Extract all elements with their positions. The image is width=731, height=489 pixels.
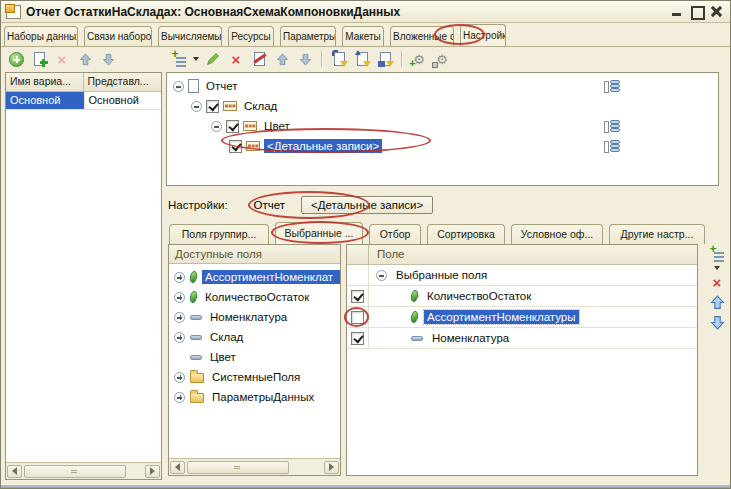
tree-label-report[interactable]: Отчет xyxy=(203,79,241,93)
scroll-right-icon[interactable] xyxy=(324,461,339,474)
column-header-variant-presentation[interactable]: Представл... xyxy=(84,73,162,92)
delete-icon[interactable]: × xyxy=(53,50,71,68)
grouping-icon xyxy=(243,121,257,131)
expand-icon[interactable] xyxy=(174,292,185,303)
tree-row-report[interactable]: Отчет xyxy=(167,76,718,96)
add-icon[interactable] xyxy=(708,246,726,262)
available-fields-horizontal-scrollbar[interactable] xyxy=(169,458,340,475)
add-dropdown-icon[interactable] xyxy=(714,266,720,270)
row-settings-icon[interactable] xyxy=(604,118,620,136)
expand-icon[interactable] xyxy=(174,312,185,323)
add-icon[interactable] xyxy=(7,50,25,68)
assortiment-checkbox[interactable] xyxy=(351,311,364,324)
window-title: Отчет ОстаткиНаСкладах: ОсновнаяСхемаКом… xyxy=(26,5,400,19)
add-icon[interactable] xyxy=(170,50,188,68)
collapse-icon[interactable] xyxy=(211,121,222,132)
move-down-icon[interactable] xyxy=(296,50,314,68)
minimize-icon[interactable] xyxy=(670,5,683,18)
maximize-icon[interactable] xyxy=(690,5,703,18)
field-column-header[interactable]: Поле xyxy=(369,245,697,264)
tab-grouping-fields[interactable]: Поля группир... xyxy=(169,224,269,244)
add-copy-icon[interactable] xyxy=(30,50,48,68)
variant-presentation-cell[interactable]: Основной xyxy=(84,92,162,109)
selected-field-row-assortiment[interactable]: АссортиментНоменклатуры xyxy=(347,307,697,328)
tab-settings[interactable]: Настройки xyxy=(460,24,506,46)
available-fields-header: Доступные поля xyxy=(169,245,340,264)
tab-resources[interactable]: Ресурсы xyxy=(228,26,274,46)
add-dropdown-icon[interactable] xyxy=(193,57,199,61)
variants-horizontal-scrollbar[interactable] xyxy=(6,462,161,479)
edit-icon[interactable] xyxy=(204,50,222,68)
scroll-right-icon[interactable] xyxy=(145,465,160,478)
collapse-icon[interactable] xyxy=(173,81,184,92)
clear-icon[interactable] xyxy=(250,50,268,68)
tab-sorting[interactable]: Сортировка xyxy=(427,224,505,244)
tab-selected-fields[interactable]: Выбранные ... xyxy=(275,222,363,244)
move-up-icon[interactable] xyxy=(76,50,94,68)
nomenklatura-checkbox[interactable] xyxy=(351,332,364,345)
scroll-left-icon[interactable] xyxy=(170,461,185,474)
selected-fields-root-row[interactable]: Выбранные поля xyxy=(347,265,697,286)
variant-name-cell[interactable]: Основной xyxy=(6,92,84,109)
row-settings-icon[interactable] xyxy=(604,138,620,156)
tree-row-cvet[interactable]: Цвет xyxy=(167,116,718,136)
delete-icon[interactable]: × xyxy=(708,274,726,290)
tab-templates[interactable]: Макеты xyxy=(342,26,384,46)
expand-icon[interactable] xyxy=(174,392,185,403)
selected-field-row-kolichestvo[interactable]: КоличествоОстаток xyxy=(347,286,697,307)
move-down-icon[interactable] xyxy=(708,314,726,330)
load-settings-icon[interactable] xyxy=(330,50,348,68)
scrollbar-thumb[interactable] xyxy=(24,465,126,478)
sklad-checkbox[interactable] xyxy=(206,100,219,113)
row-settings-icon[interactable] xyxy=(604,78,620,96)
variant-row[interactable]: Основной Основной xyxy=(6,92,161,110)
tree-label-detail-records[interactable]: <Детальные записи> xyxy=(264,139,382,153)
save-settings-as-icon[interactable] xyxy=(376,50,394,68)
tree-row-detail-records[interactable]: <Детальные записи> xyxy=(167,136,718,156)
kolichestvo-checkbox[interactable] xyxy=(351,290,364,303)
selected-field-row-nomenklatura[interactable]: Номенклатура xyxy=(347,328,697,349)
variants-panel: × Имя вариа... Представл... Основной Осн… xyxy=(3,48,164,480)
field-item-parametry-dannyh[interactable]: ПараметрыДанных xyxy=(169,387,340,407)
field-item-kolichestvo[interactable]: КоличествоОстаток xyxy=(169,287,340,307)
field-item-assortiment[interactable]: АссортиментНоменклат xyxy=(169,267,340,287)
tab-filter[interactable]: Отбор xyxy=(369,224,421,244)
field-item-cvet[interactable]: Цвет xyxy=(169,347,340,367)
checkbox-column-header xyxy=(347,245,369,264)
move-down-icon[interactable] xyxy=(99,50,117,68)
selected-fields-toolbar: × xyxy=(704,246,730,330)
collapse-icon[interactable] xyxy=(191,101,202,112)
tree-row-sklad[interactable]: Склад xyxy=(167,96,718,116)
cvet-checkbox[interactable] xyxy=(226,120,239,133)
tab-conditional-appearance[interactable]: Условное оф... xyxy=(511,224,603,244)
scroll-left-icon[interactable] xyxy=(7,465,22,478)
scrollbar-thumb[interactable] xyxy=(187,461,289,474)
tab-other-settings[interactable]: Другие настр... xyxy=(609,224,705,244)
tree-label-sklad[interactable]: Склад xyxy=(241,99,280,113)
detail-records-button[interactable]: <Детальные записи> xyxy=(301,196,433,214)
field-item-nomenklatura[interactable]: Номенклатура xyxy=(169,307,340,327)
new-nested-settings-icon[interactable]: ⚙+ xyxy=(410,50,428,68)
tab-data-sets[interactable]: Наборы данных xyxy=(4,26,78,46)
tab-data-set-links[interactable]: Связи наборо... xyxy=(84,26,152,46)
tab-calculated-fields[interactable]: Вычисляемы... xyxy=(158,26,222,46)
tab-nested-schemas[interactable]: Вложенные с... xyxy=(390,26,454,46)
report-level-button[interactable]: Отчет xyxy=(246,196,294,214)
move-up-icon[interactable] xyxy=(273,50,291,68)
expand-icon[interactable] xyxy=(174,272,185,283)
tab-parameters[interactable]: Параметры xyxy=(280,26,336,46)
save-settings-icon[interactable] xyxy=(353,50,371,68)
tree-label-cvet[interactable]: Цвет xyxy=(261,119,293,133)
selected-fields-root-label[interactable]: Выбранные поля xyxy=(393,268,490,282)
open-nested-settings-icon[interactable]: ⚙ xyxy=(433,50,451,68)
detail-records-checkbox[interactable] xyxy=(229,140,242,153)
close-icon[interactable] xyxy=(710,5,723,18)
field-item-sklad[interactable]: Склад xyxy=(169,327,340,347)
delete-icon[interactable]: × xyxy=(227,50,245,68)
move-up-icon[interactable] xyxy=(708,294,726,310)
column-header-variant-name[interactable]: Имя вариа... xyxy=(6,73,84,92)
field-item-sistemnye-polya[interactable]: СистемныеПоля xyxy=(169,367,340,387)
collapse-icon[interactable] xyxy=(376,270,387,281)
expand-icon[interactable] xyxy=(174,372,185,383)
expand-icon[interactable] xyxy=(174,332,185,343)
